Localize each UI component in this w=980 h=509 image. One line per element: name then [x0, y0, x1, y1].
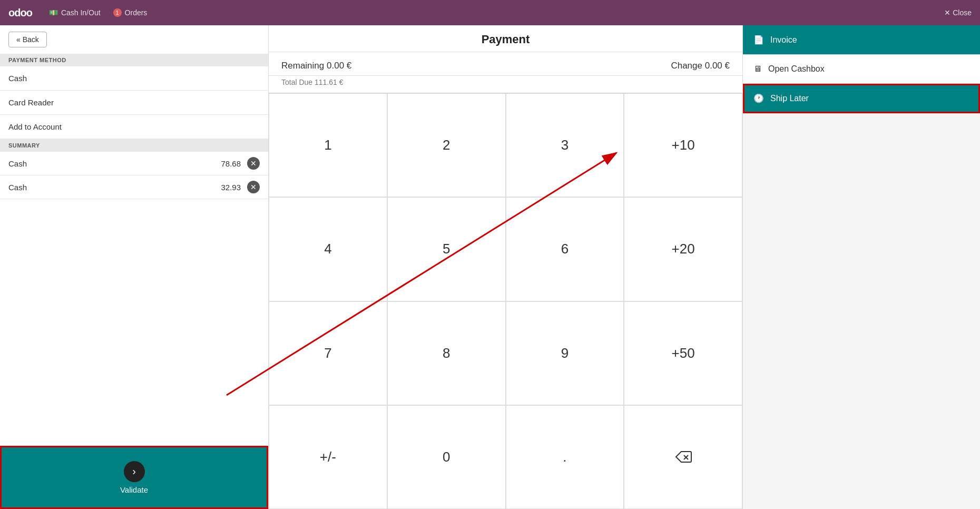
cash-icon: 💵 [49, 8, 58, 17]
remove-cash-2-button[interactable]: ✕ [247, 181, 260, 193]
numpad-key-plus10[interactable]: +10 [624, 93, 742, 197]
open-cashbox-action[interactable]: 🖥 Open Cashbox [743, 55, 980, 84]
numpad-key-backspace[interactable] [624, 405, 742, 509]
numpad-key-0[interactable]: 0 [387, 405, 506, 509]
total-due-display: Total Due 111.61 € [269, 76, 742, 93]
close-button[interactable]: ✕ Close [944, 8, 972, 17]
remove-cash-1-button[interactable]: ✕ [247, 157, 260, 170]
payment-method-header: PAYMENT METHOD [0, 54, 268, 66]
change-display: Change 0.00 € [671, 61, 730, 71]
numpad-key-7[interactable]: 7 [269, 301, 387, 405]
invoice-action[interactable]: 📄 Invoice [743, 25, 980, 55]
numpad-key-4[interactable]: 4 [269, 197, 387, 301]
ship-later-icon: 🕐 [753, 93, 764, 103]
numpad-key-dot[interactable]: . [506, 405, 624, 509]
numpad-key-1[interactable]: 1 [269, 93, 387, 197]
validate-icon: › [124, 461, 145, 482]
center-panel: Payment Remaining 0.00 € Change 0.00 € T… [269, 25, 743, 509]
odoo-logo: odoo [8, 7, 32, 19]
cashbox-icon: 🖥 [753, 64, 762, 74]
right-panel: 📄 Invoice 🖥 Open Cashbox 🕐 Ship Later [743, 25, 980, 509]
nav-cash-in-out[interactable]: 💵 Cash In/Out [49, 8, 101, 17]
summary-header: SUMMARY [0, 139, 268, 152]
numpad-key-8[interactable]: 8 [387, 301, 506, 405]
summary-row-cash-1: Cash 78.68 ✕ [0, 152, 268, 175]
payment-info: Remaining 0.00 € Change 0.00 € [269, 52, 742, 76]
main-layout: « Back PAYMENT METHOD Cash Card Reader A… [0, 25, 980, 509]
payment-method-cash[interactable]: Cash [0, 66, 268, 91]
numpad-key-2[interactable]: 2 [387, 93, 506, 197]
orders-badge: 1 [113, 8, 122, 17]
remaining-display: Remaining 0.00 € [281, 61, 351, 71]
numpad: 1 2 3 +10 4 5 6 +20 7 8 9 +50 +/- 0 . [269, 93, 742, 509]
nav-orders[interactable]: 1 Orders [113, 8, 148, 17]
topbar: odoo 💵 Cash In/Out 1 Orders ✕ Close [0, 0, 980, 25]
ship-later-action[interactable]: 🕐 Ship Later [743, 84, 980, 113]
summary-row-cash-2: Cash 32.93 ✕ [0, 175, 268, 199]
payment-method-card-reader[interactable]: Card Reader [0, 91, 268, 115]
numpad-key-5[interactable]: 5 [387, 197, 506, 301]
numpad-key-plusminus[interactable]: +/- [269, 405, 387, 509]
close-icon: ✕ [944, 8, 950, 17]
numpad-key-9[interactable]: 9 [506, 301, 624, 405]
validate-button[interactable]: › Validate [0, 446, 268, 509]
numpad-key-3[interactable]: 3 [506, 93, 624, 197]
payment-method-add-to-account[interactable]: Add to Account [0, 115, 268, 139]
payment-title: Payment [269, 25, 742, 52]
numpad-key-plus20[interactable]: +20 [624, 197, 742, 301]
left-panel: « Back PAYMENT METHOD Cash Card Reader A… [0, 25, 269, 509]
back-button[interactable]: « Back [8, 32, 47, 47]
numpad-key-plus50[interactable]: +50 [624, 301, 742, 405]
invoice-icon: 📄 [753, 35, 764, 45]
numpad-key-6[interactable]: 6 [506, 197, 624, 301]
topbar-nav: 💵 Cash In/Out 1 Orders [49, 8, 148, 17]
